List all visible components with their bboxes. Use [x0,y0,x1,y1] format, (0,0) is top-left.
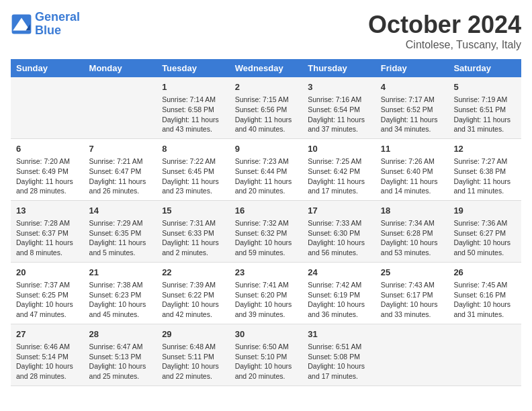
cell-info: Daylight: 11 hours and 26 minutes. [89,177,152,196]
cell-info: Sunset: 6:22 PM [162,290,224,300]
day-number: 15 [162,205,224,217]
cell-info: Daylight: 10 hours and 22 minutes. [162,361,224,381]
cell-info: Sunset: 5:13 PM [89,352,152,362]
cell-info: Daylight: 11 hours and 37 minutes. [308,115,370,134]
cell-info: Daylight: 10 hours and 33 minutes. [381,300,443,319]
day-number: 17 [308,205,370,217]
cell-info: Daylight: 10 hours and 56 minutes. [308,238,370,257]
calendar-week-row: 20Sunrise: 7:37 AMSunset: 6:25 PMDayligh… [11,262,521,324]
day-of-week-header: Thursday [302,59,375,77]
cell-info: Daylight: 11 hours and 17 minutes. [308,177,370,196]
day-number: 29 [162,328,224,340]
day-number: 18 [381,205,443,217]
cell-info: Daylight: 10 hours and 20 minutes. [235,361,298,381]
calendar-cell: 23Sunrise: 7:41 AMSunset: 6:20 PMDayligh… [230,262,303,324]
location: Cintolese, Tuscany, Italy [368,39,521,51]
cell-info: Sunrise: 7:45 AM [453,280,516,290]
calendar-cell: 21Sunrise: 7:38 AMSunset: 6:23 PMDayligh… [84,262,157,324]
cell-info: Sunrise: 7:26 AM [381,156,443,167]
cell-info: Sunrise: 7:22 AM [162,156,224,167]
cell-info: Sunset: 5:11 PM [162,352,224,362]
calendar-cell: 26Sunrise: 7:45 AMSunset: 6:16 PMDayligh… [448,262,521,324]
cell-info: Sunrise: 7:23 AM [235,156,298,167]
day-number: 26 [453,267,516,279]
calendar-cell [448,324,521,385]
calendar-cell: 22Sunrise: 7:39 AMSunset: 6:22 PMDayligh… [157,262,230,324]
logo: General Blue [11,11,80,38]
cell-info: Daylight: 11 hours and 8 minutes. [16,238,79,257]
calendar-cell: 9Sunrise: 7:23 AMSunset: 6:44 PMDaylight… [230,138,303,200]
logo-text: General Blue [35,11,80,38]
cell-info: Sunrise: 6:51 AM [308,342,370,352]
cell-info: Sunset: 6:25 PM [16,290,79,300]
calendar-cell: 2Sunrise: 7:15 AMSunset: 6:56 PMDaylight… [230,77,303,138]
cell-info: Daylight: 10 hours and 45 minutes. [89,300,152,319]
cell-info: Daylight: 10 hours and 31 minutes. [453,300,516,319]
cell-info: Sunrise: 7:29 AM [89,218,152,228]
day-number: 13 [16,205,79,217]
calendar-cell: 13Sunrise: 7:28 AMSunset: 6:37 PMDayligh… [11,200,84,262]
cell-info: Sunrise: 7:31 AM [162,218,224,228]
cell-info: Daylight: 11 hours and 34 minutes. [381,115,443,134]
calendar-cell: 28Sunrise: 6:47 AMSunset: 5:13 PMDayligh… [84,324,157,385]
cell-info: Daylight: 10 hours and 36 minutes. [308,300,370,319]
cell-info: Sunrise: 7:25 AM [308,156,370,167]
cell-info: Daylight: 11 hours and 31 minutes. [453,115,516,134]
cell-info: Daylight: 10 hours and 42 minutes. [162,300,224,319]
cell-info: Sunrise: 7:41 AM [235,280,298,290]
calendar-cell: 8Sunrise: 7:22 AMSunset: 6:45 PMDaylight… [157,138,230,200]
cell-info: Sunset: 6:42 PM [308,167,370,177]
day-of-week-header: Saturday [448,59,521,77]
calendar-cell [84,77,157,138]
cell-info: Sunset: 6:45 PM [162,167,224,177]
logo-icon [11,13,32,35]
cell-info: Daylight: 11 hours and 11 minutes. [453,177,516,196]
cell-info: Sunrise: 7:28 AM [16,218,79,228]
cell-info: Daylight: 11 hours and 23 minutes. [162,177,224,196]
day-number: 27 [16,328,79,340]
cell-info: Daylight: 10 hours and 53 minutes. [381,238,443,257]
cell-info: Sunrise: 7:21 AM [89,156,152,167]
calendar-cell: 5Sunrise: 7:19 AMSunset: 6:51 PMDaylight… [448,77,521,138]
calendar-cell: 12Sunrise: 7:27 AMSunset: 6:38 PMDayligh… [448,138,521,200]
calendar-cell: 6Sunrise: 7:20 AMSunset: 6:49 PMDaylight… [11,138,84,200]
calendar-cell: 19Sunrise: 7:36 AMSunset: 6:27 PMDayligh… [448,200,521,262]
cell-info: Sunrise: 7:32 AM [235,218,298,228]
cell-info: Daylight: 11 hours and 5 minutes. [89,238,152,257]
cell-info: Sunrise: 6:46 AM [16,342,79,352]
cell-info: Sunrise: 6:48 AM [162,342,224,352]
cell-info: Sunset: 6:49 PM [16,167,79,177]
cell-info: Sunrise: 7:39 AM [162,280,224,290]
cell-info: Sunset: 6:23 PM [89,290,152,300]
cell-info: Daylight: 11 hours and 43 minutes. [162,115,224,134]
cell-info: Sunrise: 7:33 AM [308,218,370,228]
day-number: 3 [308,81,370,93]
cell-info: Sunset: 5:10 PM [235,352,298,362]
cell-info: Sunset: 6:54 PM [308,105,370,115]
day-number: 22 [162,267,224,279]
calendar-cell [11,77,84,138]
day-number: 19 [453,205,516,217]
calendar-cell: 1Sunrise: 7:14 AMSunset: 6:58 PMDaylight… [157,77,230,138]
day-of-week-header: Tuesday [157,59,230,77]
day-number: 1 [162,81,224,93]
calendar-cell: 16Sunrise: 7:32 AMSunset: 6:32 PMDayligh… [230,200,303,262]
day-number: 28 [89,328,152,340]
cell-info: Sunset: 6:35 PM [89,228,152,238]
cell-info: Sunset: 6:19 PM [308,290,370,300]
cell-info: Daylight: 11 hours and 20 minutes. [235,177,298,196]
cell-info: Daylight: 11 hours and 2 minutes. [162,238,224,257]
cell-info: Sunrise: 7:14 AM [162,95,224,105]
cell-info: Sunset: 5:14 PM [16,352,79,362]
cell-info: Sunset: 6:16 PM [453,290,516,300]
calendar-cell: 29Sunrise: 6:48 AMSunset: 5:11 PMDayligh… [157,324,230,385]
day-number: 5 [453,81,516,93]
month-title: October 2024 [368,11,521,39]
cell-info: Sunset: 5:08 PM [308,352,370,362]
cell-info: Sunset: 6:17 PM [381,290,443,300]
cell-info: Daylight: 11 hours and 28 minutes. [16,177,79,196]
cell-info: Sunrise: 7:27 AM [453,156,516,167]
calendar-table: SundayMondayTuesdayWednesdayThursdayFrid… [11,59,521,386]
calendar-cell: 11Sunrise: 7:26 AMSunset: 6:40 PMDayligh… [375,138,449,200]
day-number: 14 [89,205,152,217]
